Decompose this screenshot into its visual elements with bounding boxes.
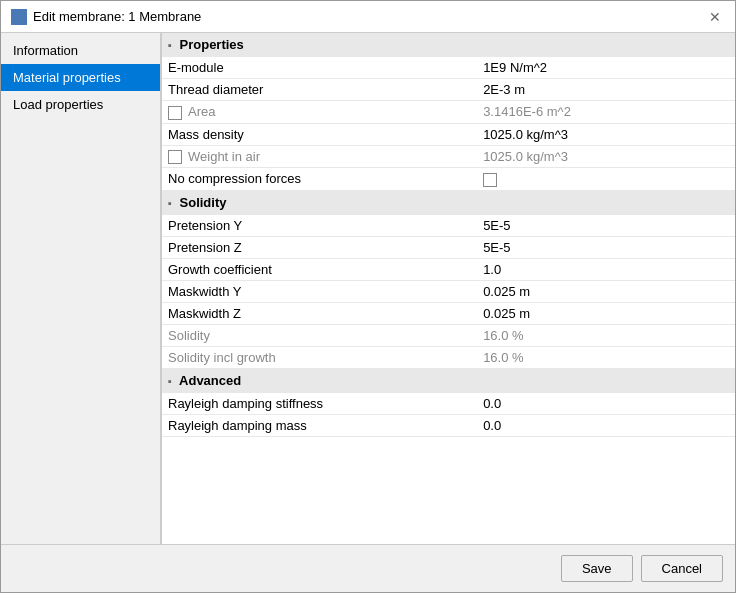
sidebar-item-information[interactable]: Information xyxy=(1,37,160,64)
prop-rayleigh-stiffness-label: Rayleigh damping stiffness xyxy=(162,392,477,414)
section-header-advanced: ▪ Advanced xyxy=(162,368,735,392)
table-row: Rayleigh damping stiffness 0.0 xyxy=(162,392,735,414)
table-row: Pretension Y 5E-5 xyxy=(162,214,735,236)
cancel-button[interactable]: Cancel xyxy=(641,555,723,582)
table-row: E-module 1E9 N/m^2 xyxy=(162,57,735,79)
collapse-solidity-icon[interactable]: ▪ xyxy=(168,197,172,209)
prop-maskwidth-z-value[interactable]: 0.025 m xyxy=(477,302,735,324)
dialog-body: Information Material properties Load pro… xyxy=(1,33,735,544)
dialog: Edit membrane: 1 Membrane ✕ Information … xyxy=(0,0,736,593)
sidebar-item-load-properties[interactable]: Load properties xyxy=(1,91,160,118)
sidebar: Information Material properties Load pro… xyxy=(1,33,161,544)
prop-rayleigh-mass-value[interactable]: 0.0 xyxy=(477,414,735,436)
section-solidity-label: Solidity xyxy=(180,195,227,210)
table-row: Growth coefficient 1.0 xyxy=(162,258,735,280)
collapse-properties-icon[interactable]: ▪ xyxy=(168,39,172,51)
prop-maskwidth-y-label: Maskwidth Y xyxy=(162,280,477,302)
table-row: Maskwidth Z 0.025 m xyxy=(162,302,735,324)
prop-e-module-value[interactable]: 1E9 N/m^2 xyxy=(477,57,735,79)
table-row: Solidity 16.0 % xyxy=(162,324,735,346)
weight-in-air-checkbox[interactable] xyxy=(168,150,182,164)
title-bar-left: Edit membrane: 1 Membrane xyxy=(11,9,201,25)
prop-solidity-value: 16.0 % xyxy=(477,324,735,346)
prop-growth-coeff-label: Growth coefficient xyxy=(162,258,477,280)
prop-mass-density-label: Mass density xyxy=(162,123,477,145)
prop-pretension-y-value[interactable]: 5E-5 xyxy=(477,214,735,236)
prop-pretension-y-label: Pretension Y xyxy=(162,214,477,236)
table-row: Area 3.1416E-6 m^2 xyxy=(162,101,735,124)
prop-solidity-growth-label: Solidity incl growth xyxy=(162,346,477,368)
table-row: Solidity incl growth 16.0 % xyxy=(162,346,735,368)
prop-no-compression-value xyxy=(477,168,735,191)
sidebar-item-material-properties[interactable]: Material properties xyxy=(1,64,160,91)
prop-solidity-label: Solidity xyxy=(162,324,477,346)
prop-weight-in-air-label: Weight in air xyxy=(162,145,477,168)
table-row: Weight in air 1025.0 kg/m^3 xyxy=(162,145,735,168)
section-properties-label: Properties xyxy=(180,37,244,52)
table-row: Maskwidth Y 0.025 m xyxy=(162,280,735,302)
table-row: Thread diameter 2E-3 m xyxy=(162,79,735,101)
prop-thread-diameter-label: Thread diameter xyxy=(162,79,477,101)
prop-rayleigh-stiffness-value[interactable]: 0.0 xyxy=(477,392,735,414)
prop-area-label: Area xyxy=(162,101,477,124)
prop-rayleigh-mass-label: Rayleigh damping mass xyxy=(162,414,477,436)
save-button[interactable]: Save xyxy=(561,555,633,582)
section-header-solidity: ▪ Solidity xyxy=(162,190,735,214)
properties-table: ▪ Properties E-module 1E9 N/m^2 Thread d… xyxy=(162,33,735,437)
area-checkbox[interactable] xyxy=(168,106,182,120)
dialog-title: Edit membrane: 1 Membrane xyxy=(33,9,201,24)
section-advanced-label: Advanced xyxy=(179,373,241,388)
table-row: Mass density 1025.0 kg/m^3 xyxy=(162,123,735,145)
prop-growth-coeff-value[interactable]: 1.0 xyxy=(477,258,735,280)
no-compression-checkbox[interactable] xyxy=(483,173,497,187)
main-content: ▪ Properties E-module 1E9 N/m^2 Thread d… xyxy=(161,33,735,544)
table-row: No compression forces xyxy=(162,168,735,191)
membrane-icon xyxy=(11,9,27,25)
prop-e-module-label: E-module xyxy=(162,57,477,79)
prop-pretension-z-label: Pretension Z xyxy=(162,236,477,258)
dialog-footer: Save Cancel xyxy=(1,544,735,592)
prop-pretension-z-value[interactable]: 5E-5 xyxy=(477,236,735,258)
table-row: Pretension Z 5E-5 xyxy=(162,236,735,258)
prop-area-value: 3.1416E-6 m^2 xyxy=(477,101,735,124)
prop-no-compression-label: No compression forces xyxy=(162,168,477,191)
section-header-properties: ▪ Properties xyxy=(162,33,735,57)
prop-solidity-growth-value: 16.0 % xyxy=(477,346,735,368)
collapse-advanced-icon[interactable]: ▪ xyxy=(168,375,172,387)
close-button[interactable]: ✕ xyxy=(705,7,725,27)
prop-maskwidth-z-label: Maskwidth Z xyxy=(162,302,477,324)
prop-thread-diameter-value[interactable]: 2E-3 m xyxy=(477,79,735,101)
table-row: Rayleigh damping mass 0.0 xyxy=(162,414,735,436)
title-bar: Edit membrane: 1 Membrane ✕ xyxy=(1,1,735,33)
prop-weight-in-air-value: 1025.0 kg/m^3 xyxy=(477,145,735,168)
prop-maskwidth-y-value[interactable]: 0.025 m xyxy=(477,280,735,302)
prop-mass-density-value[interactable]: 1025.0 kg/m^3 xyxy=(477,123,735,145)
